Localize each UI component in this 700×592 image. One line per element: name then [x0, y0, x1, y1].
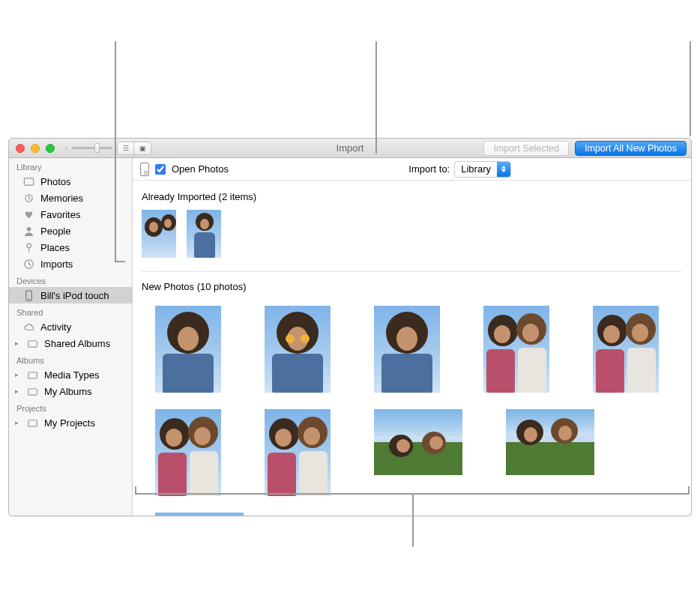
photo-thumbnail[interactable]	[506, 409, 594, 475]
sidebar-item-activity[interactable]: Activity	[9, 318, 132, 335]
sidebar-item-media-types[interactable]: ▸ Media Types	[9, 366, 132, 383]
sidebar-header-devices: Devices	[9, 272, 132, 287]
photo-thumbnail[interactable]	[374, 306, 440, 393]
sidebar-item-label: People	[40, 226, 70, 237]
pin-icon	[22, 241, 34, 253]
import-to-select[interactable]: Library	[454, 161, 511, 178]
svg-rect-0	[24, 178, 33, 184]
import-bar: Open Photos Import to: Library	[133, 158, 691, 181]
photo-thumbnail[interactable]	[593, 306, 659, 393]
sidebar-item-my-albums[interactable]: ▸ My Albums	[9, 383, 132, 399]
sidebar-item-label: Photos	[40, 176, 70, 187]
titlebar: ▫︎ ☰ ▣ Import Import Selected Import All…	[9, 139, 691, 158]
heart-icon	[22, 208, 34, 220]
toolbar-left: ▫︎ ☰ ▣	[65, 142, 151, 155]
sidebar-item-memories[interactable]: Memories	[9, 190, 132, 206]
folder-icon	[26, 369, 38, 381]
disclosure-icon: ▸	[13, 371, 20, 378]
folder-icon	[26, 417, 38, 429]
close-window-button[interactable]	[16, 144, 25, 153]
callout-line-sidebar-tick	[115, 261, 125, 262]
sidebar-item-label: Memories	[40, 193, 83, 204]
sidebar-item-imports[interactable]: Imports	[9, 256, 132, 272]
callout-line-bottom-l	[135, 486, 136, 494]
sidebar-item-my-projects[interactable]: ▸ My Projects	[9, 414, 132, 431]
view-mode-toggle[interactable]: ☰ ▣	[117, 142, 151, 155]
open-photos-label: Open Photos	[172, 163, 229, 175]
new-photos-header: New Photos (10 photos)	[142, 281, 682, 292]
person-icon	[22, 225, 34, 237]
svg-point-2	[26, 226, 31, 231]
select-arrows-icon	[497, 162, 510, 177]
clock-icon	[22, 258, 34, 270]
photo-thumbnail[interactable]	[155, 513, 244, 516]
sidebar-item-label: Imports	[40, 259, 73, 270]
svg-point-7	[28, 298, 29, 300]
photo-thumbnail[interactable]	[374, 409, 462, 475]
sidebar-item-places[interactable]: Places	[9, 239, 132, 256]
sidebar-item-device[interactable]: Bill's iPod touch	[9, 287, 132, 303]
sidebar-item-photos[interactable]: Photos	[9, 173, 132, 190]
memories-icon	[22, 192, 34, 204]
sidebar-header-library: Library	[9, 158, 132, 173]
minimize-window-button[interactable]	[31, 144, 40, 153]
disclosure-icon: ▸	[13, 387, 20, 395]
sidebar-item-shared-albums[interactable]: ▸ Shared Albums	[9, 335, 132, 351]
photo-thumbnail[interactable]	[142, 210, 176, 258]
thumbnail-zoom-slider[interactable]	[72, 147, 112, 149]
import-to-label: Import to:	[408, 163, 450, 175]
sidebar-header-shared: Shared	[9, 303, 132, 318]
single-view-icon: ▣	[134, 142, 151, 154]
open-photos-checkbox[interactable]	[155, 164, 166, 175]
zoom-window-button[interactable]	[46, 144, 55, 153]
already-imported-header: Already Imported (2 items)	[142, 191, 682, 202]
photos-icon	[22, 175, 34, 187]
photo-thumbnail[interactable]	[265, 306, 331, 393]
grid-view-icon: ☰	[118, 142, 134, 154]
cloud-icon	[22, 321, 34, 333]
photo-thumbnail[interactable]	[187, 210, 221, 258]
toolbar-right: Import Selected Import All New Photos	[483, 141, 687, 156]
shared-album-icon	[26, 337, 38, 349]
sidebar-item-label: Bill's iPod touch	[40, 290, 109, 301]
svg-rect-8	[28, 340, 36, 346]
sidebar-header-projects: Projects	[9, 399, 132, 414]
sidebar-item-label: Places	[40, 242, 70, 253]
already-imported-thumbs	[142, 210, 682, 258]
new-photos-grid	[142, 300, 682, 516]
svg-rect-9	[28, 372, 36, 378]
svg-rect-11	[28, 420, 36, 426]
sidebar-item-label: Shared Albums	[44, 338, 110, 349]
section-divider	[142, 271, 682, 272]
device-icon	[140, 163, 149, 176]
main-content: Open Photos Import to: Library Already I…	[133, 158, 691, 516]
photo-thumbnail[interactable]	[265, 409, 331, 496]
callout-line-sidebar	[115, 41, 116, 262]
sidebar-item-label: Favorites	[40, 209, 80, 220]
import-to-value: Library	[455, 163, 497, 175]
window-controls	[9, 144, 55, 153]
disclosure-icon: ▸	[13, 339, 20, 347]
svg-point-3	[26, 243, 31, 247]
callout-line-importto	[375, 41, 377, 154]
device-icon	[22, 289, 34, 301]
sidebar-header-albums: Albums	[9, 351, 132, 366]
app-window: ▫︎ ☰ ▣ Import Import Selected Import All…	[8, 138, 692, 516]
import-content: Already Imported (2 items)	[133, 181, 691, 516]
svg-rect-10	[28, 388, 36, 394]
callout-line-importall	[690, 41, 691, 136]
sidebar-item-label: Media Types	[44, 369, 99, 381]
sidebar-item-label: My Albums	[44, 386, 92, 397]
photo-thumbnail[interactable]	[155, 306, 221, 393]
photo-thumbnail[interactable]	[155, 409, 221, 496]
callout-line-bottom-r	[688, 486, 690, 494]
disclosure-icon: ▸	[13, 419, 20, 426]
import-selected-button[interactable]: Import Selected	[483, 141, 569, 156]
photo-thumbnail[interactable]	[483, 306, 549, 393]
import-all-button[interactable]: Import All New Photos	[575, 141, 687, 156]
sidebar-item-label: Activity	[40, 321, 71, 333]
sidebar-item-label: My Projects	[44, 417, 95, 429]
sidebar-item-people[interactable]: People	[9, 223, 132, 239]
sidebar-item-favorites[interactable]: Favorites	[9, 206, 132, 223]
callout-line-bottom-down	[412, 493, 414, 547]
